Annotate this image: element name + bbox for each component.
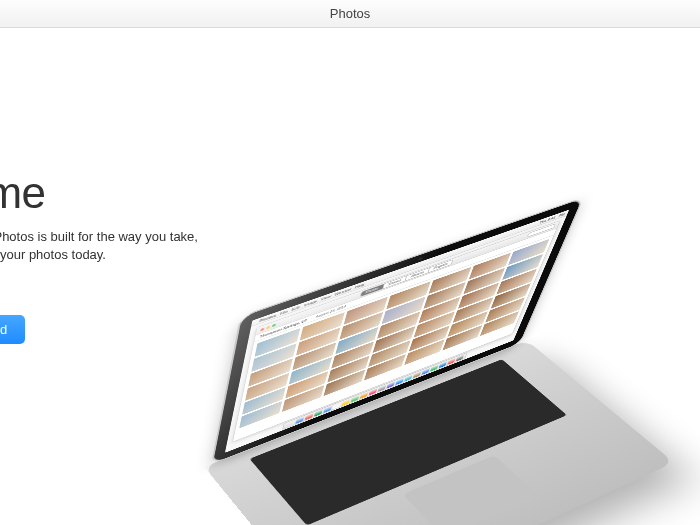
dock-app-icon	[369, 388, 378, 396]
dock-app-icon	[342, 398, 351, 406]
get-started-button[interactable]: t Started	[0, 315, 25, 344]
zoom-icon	[272, 323, 276, 327]
dock-app-icon	[305, 413, 314, 421]
dock-app-icon	[323, 406, 332, 414]
window-titlebar: Photos	[0, 0, 700, 28]
dock-app-icon	[378, 384, 387, 392]
dock-app-icon	[286, 420, 295, 428]
dock-app-icon	[404, 374, 413, 381]
dock-app-icon	[456, 354, 465, 361]
welcome-screen: come or OS X, Photos is built for the wa…	[0, 28, 700, 525]
dock-app-icon	[386, 381, 395, 389]
minimize-icon	[266, 325, 270, 329]
window-title: Photos	[330, 6, 370, 21]
dock-app-icon	[332, 402, 341, 410]
dock-app-icon	[360, 391, 369, 399]
dock-app-icon	[295, 416, 304, 424]
dock-app-icon	[351, 395, 360, 403]
hero-laptop-illustration: Photos File Edit Image View Window Help …	[220, 58, 700, 518]
dock-app-icon	[314, 409, 323, 417]
dock-app-icon	[395, 378, 404, 385]
close-icon	[260, 327, 264, 331]
